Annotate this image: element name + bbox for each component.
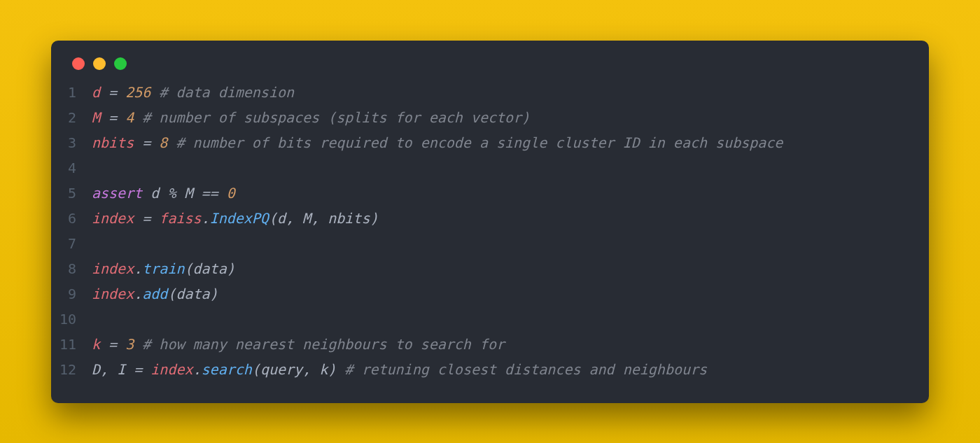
code-line: 10 [51, 307, 929, 332]
code-token [167, 134, 176, 151]
code-token: index [92, 286, 134, 302]
code-token: M [302, 210, 311, 227]
code-token [134, 109, 142, 126]
code-line: 6index = faiss.IndexPQ(d, M, nbits) [51, 206, 929, 231]
code-token: # retuning closest distances and neighbo… [344, 361, 707, 378]
code-window: 1d = 256 # data dimension2M = 4 # number… [51, 41, 929, 403]
code-token [218, 185, 227, 202]
line-content: index.train(data) [92, 256, 929, 281]
line-content [92, 155, 929, 181]
code-token: data [193, 260, 227, 277]
code-token: ) [328, 361, 336, 378]
code-token: 3 [125, 336, 134, 353]
code-line: 12D, I = index.search(query, k) # retuni… [51, 357, 929, 382]
code-line: 11k = 3 # how many nearest neighbours to… [51, 332, 929, 357]
line-number: 11 [51, 332, 92, 357]
code-token [150, 84, 159, 101]
code-token: search [202, 361, 252, 378]
code-token: train [142, 260, 184, 277]
code-token: add [142, 286, 167, 302]
code-token: # how many nearest neighbours to search … [142, 336, 505, 353]
minimize-icon[interactable] [93, 57, 106, 70]
code-token: == [202, 185, 218, 202]
code-token: k [319, 361, 328, 378]
close-icon[interactable] [72, 57, 85, 70]
code-token: nbits [328, 210, 370, 227]
code-token: IndexPQ [210, 210, 269, 227]
line-number: 9 [51, 281, 92, 307]
code-token: index [150, 361, 192, 378]
line-content: nbits = 8 # number of bits required to e… [92, 130, 929, 155]
code-token: . [134, 286, 142, 302]
code-token: ) [370, 210, 378, 227]
code-token: = [134, 210, 159, 227]
code-token: assert [92, 185, 142, 202]
code-token: nbits [92, 134, 134, 151]
code-token: = [100, 336, 125, 353]
code-line: 3nbits = 8 # number of bits required to … [51, 130, 929, 155]
code-block: 1d = 256 # data dimension2M = 4 # number… [51, 80, 929, 382]
code-line: 7 [51, 231, 929, 256]
line-number: 8 [51, 256, 92, 281]
code-token: ) [227, 260, 235, 277]
code-token: . [193, 361, 202, 378]
code-token: faiss [159, 210, 201, 227]
code-token: . [202, 210, 210, 227]
code-token: 8 [159, 134, 167, 151]
line-number: 1 [51, 80, 92, 105]
code-token [134, 336, 142, 353]
code-token: % [167, 185, 176, 202]
line-number: 2 [51, 105, 92, 130]
code-line: 4 [51, 155, 929, 181]
code-token: . [134, 260, 142, 277]
code-token: query [260, 361, 302, 378]
line-number: 4 [51, 155, 92, 181]
code-token: = [134, 134, 159, 151]
code-token: ( [184, 260, 192, 277]
code-token: # number of bits required to encode a si… [176, 134, 783, 151]
code-token: index [92, 260, 134, 277]
code-token: , [286, 210, 302, 227]
code-line: 5assert d % M == 0 [51, 181, 929, 206]
code-token: D [92, 361, 100, 378]
line-content: index = faiss.IndexPQ(d, M, nbits) [92, 206, 929, 231]
code-token: , [311, 210, 328, 227]
code-line: 8index.train(data) [51, 256, 929, 281]
line-content: assert d % M == 0 [92, 181, 929, 206]
code-line: 1d = 256 # data dimension [51, 80, 929, 105]
code-token: = [125, 361, 150, 378]
line-number: 7 [51, 231, 92, 256]
line-number: 10 [51, 307, 92, 332]
code-token: = [100, 84, 125, 101]
code-token: M [176, 185, 201, 202]
code-token: = [100, 109, 125, 126]
code-token: I [117, 361, 125, 378]
code-token: ) [210, 286, 218, 302]
code-token: data [176, 286, 209, 302]
code-token [336, 361, 344, 378]
line-content [92, 307, 929, 332]
code-token: # data dimension [159, 84, 294, 101]
code-token: k [92, 336, 100, 353]
line-number: 6 [51, 206, 92, 231]
line-number: 5 [51, 181, 92, 206]
code-line: 2M = 4 # number of subspaces (splits for… [51, 105, 929, 130]
window-titlebar [51, 57, 929, 80]
code-token: , [302, 361, 319, 378]
line-content [92, 231, 929, 256]
code-line: 9index.add(data) [51, 281, 929, 307]
code-token: # number of subspaces (splits for each v… [142, 109, 530, 126]
code-token: 4 [125, 109, 134, 126]
code-token: ( [167, 286, 176, 302]
line-content: k = 3 # how many nearest neighbours to s… [92, 332, 929, 357]
code-token: index [92, 210, 134, 227]
code-token: , [100, 361, 117, 378]
code-token: d [277, 210, 286, 227]
line-number: 12 [51, 357, 92, 382]
code-token: 256 [125, 84, 150, 101]
code-token: ( [269, 210, 277, 227]
line-content: D, I = index.search(query, k) # retuning… [92, 357, 929, 382]
line-content: index.add(data) [92, 281, 929, 307]
line-content: M = 4 # number of subspaces (splits for … [92, 105, 929, 130]
zoom-icon[interactable] [114, 57, 127, 70]
